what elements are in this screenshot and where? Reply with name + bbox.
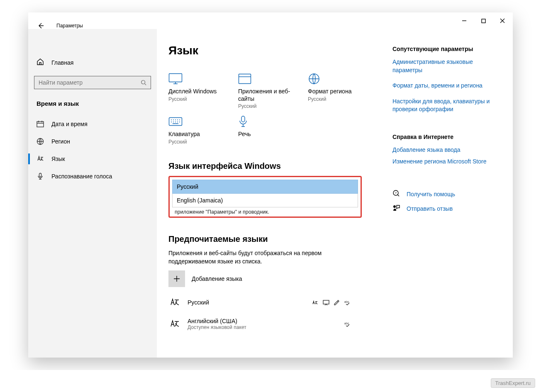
microphone-icon bbox=[238, 114, 292, 129]
microphone-icon bbox=[37, 173, 44, 180]
dropdown-option-english-jamaica[interactable]: English (Jamaica) bbox=[172, 194, 358, 207]
language-name: Английский (США) bbox=[188, 318, 246, 324]
nav-label: Дата и время bbox=[51, 121, 88, 127]
tile-sub: Русский bbox=[308, 96, 362, 102]
home-nav[interactable]: Главная bbox=[34, 55, 151, 70]
svg-text:?: ? bbox=[395, 191, 397, 195]
titlebar bbox=[28, 12, 513, 29]
nav-label: Регион bbox=[51, 138, 70, 145]
link-change-store-region[interactable]: Изменение региона Microsoft Store bbox=[392, 158, 504, 166]
close-button[interactable] bbox=[493, 14, 512, 27]
svg-text:abc: abc bbox=[344, 322, 349, 325]
svg-rect-5 bbox=[169, 74, 182, 82]
tile-label: Дисплей Windows bbox=[168, 88, 222, 95]
section-title: Время и язык bbox=[37, 100, 149, 107]
spellcheck-badge-icon: abc bbox=[344, 321, 351, 327]
main-content: Язык Дисплей Windows Русский Приложения … bbox=[157, 29, 392, 358]
plus-icon bbox=[168, 270, 185, 287]
search-box[interactable] bbox=[34, 76, 151, 89]
settings-window: Параметры Главная Время и язык Дата и вр… bbox=[28, 12, 513, 358]
link-add-input-language[interactable]: Добавление языка ввода bbox=[392, 146, 504, 154]
display-language-heading: Язык интерфейса Windows bbox=[168, 161, 381, 171]
tile-display[interactable]: Дисплей Windows Русский bbox=[168, 71, 222, 109]
language-tiles: Дисплей Windows Русский Приложения и веб… bbox=[168, 71, 381, 145]
display-language-desc-tail: приложение "Параметры" и проводник. bbox=[172, 207, 358, 216]
help-icon: ? bbox=[392, 190, 400, 198]
tile-sub: Русский bbox=[168, 139, 222, 145]
help-heading: Справка в Интернете bbox=[392, 134, 504, 140]
svg-rect-8 bbox=[169, 118, 182, 126]
svg-rect-10 bbox=[323, 300, 329, 304]
right-pane: Сопутствующие параметры Административные… bbox=[392, 29, 513, 358]
nav-speech[interactable]: Распознавание голоса bbox=[34, 168, 151, 185]
tile-label: Формат региона bbox=[308, 88, 362, 95]
globe-icon bbox=[308, 71, 362, 86]
tile-speech[interactable]: Речь bbox=[238, 114, 292, 145]
back-button[interactable] bbox=[37, 22, 45, 30]
app-title: Параметры bbox=[56, 23, 83, 29]
svg-rect-9 bbox=[241, 116, 245, 122]
display-badge-icon bbox=[312, 299, 319, 305]
tile-label: Приложения и веб-сайты bbox=[238, 88, 292, 102]
related-heading: Сопутствующие параметры bbox=[392, 46, 504, 52]
minimize-button[interactable] bbox=[455, 14, 474, 27]
svg-point-1 bbox=[141, 80, 145, 84]
svg-rect-4 bbox=[39, 173, 41, 177]
language-icon bbox=[37, 155, 44, 163]
svg-text:abc: abc bbox=[344, 300, 349, 303]
tile-label: Речь bbox=[238, 131, 292, 138]
header: Параметры bbox=[37, 22, 83, 30]
home-label: Главная bbox=[51, 59, 73, 66]
globe-icon bbox=[37, 138, 44, 145]
language-name: Русский bbox=[188, 299, 209, 306]
svg-rect-6 bbox=[239, 74, 251, 84]
tile-keyboard[interactable]: Клавиатура Русский bbox=[168, 114, 222, 145]
home-icon bbox=[37, 58, 44, 67]
feedback-link[interactable]: Отправить отзыв bbox=[392, 204, 504, 213]
preferred-languages-heading: Предпочитаемые языки bbox=[168, 234, 381, 244]
link-date-region-format[interactable]: Формат даты, времени и региона bbox=[392, 82, 504, 90]
tile-apps[interactable]: Приложения и веб-сайты Русский bbox=[238, 71, 292, 109]
spellcheck-badge-icon: abc bbox=[344, 299, 351, 305]
svg-point-15 bbox=[393, 205, 396, 208]
handwriting-badge-icon bbox=[334, 299, 340, 305]
language-item-english-us[interactable]: Английский (США) Доступен языковой пакет… bbox=[168, 318, 351, 330]
window-icon bbox=[238, 71, 292, 86]
nav-region[interactable]: Регион bbox=[34, 133, 151, 150]
svg-rect-2 bbox=[37, 122, 44, 127]
language-item-russian[interactable]: Русский abc bbox=[168, 296, 351, 309]
nav-date-time[interactable]: Дата и время bbox=[34, 115, 151, 133]
add-language-button[interactable]: Добавление языка bbox=[168, 270, 381, 287]
calendar-icon bbox=[37, 120, 44, 128]
keyboard-icon bbox=[168, 114, 222, 129]
sidebar: Главная Время и язык Дата и время Регион… bbox=[28, 29, 157, 358]
preferred-languages-desc: Приложения и веб-сайты будут отображатьс… bbox=[168, 249, 351, 266]
tile-label: Клавиатура bbox=[168, 131, 222, 138]
add-language-label: Добавление языка bbox=[192, 275, 242, 282]
search-input[interactable] bbox=[39, 79, 141, 86]
svg-rect-0 bbox=[482, 19, 485, 23]
get-help-link[interactable]: ? Получить помощь bbox=[392, 190, 504, 198]
language-capabilities: abc bbox=[312, 299, 351, 305]
feedback-label: Отправить отзыв bbox=[407, 205, 453, 212]
tts-badge-icon bbox=[323, 299, 329, 305]
tile-sub: Русский bbox=[168, 96, 222, 102]
tile-sub: Русский bbox=[238, 103, 292, 109]
search-icon bbox=[141, 80, 146, 85]
tile-region[interactable]: Формат региона Русский bbox=[308, 71, 362, 109]
language-sub: Доступен языковой пакет bbox=[188, 324, 246, 330]
page-title: Язык bbox=[168, 44, 381, 57]
language-capabilities: abc bbox=[344, 321, 351, 327]
maximize-button[interactable] bbox=[474, 14, 493, 27]
language-glyph-icon bbox=[168, 296, 181, 309]
monitor-icon bbox=[168, 71, 222, 86]
feedback-icon bbox=[392, 204, 400, 213]
nav-language[interactable]: Язык bbox=[34, 150, 151, 168]
nav-label: Язык bbox=[51, 156, 65, 162]
dropdown-option-russian[interactable]: Русский bbox=[172, 180, 358, 194]
link-input-spelling[interactable]: Настройки для ввода, клавиатуры и провер… bbox=[392, 97, 504, 114]
nav-label: Распознавание голоса bbox=[51, 173, 112, 180]
display-language-dropdown: Русский English (Jamaica) приложение "Па… bbox=[168, 176, 362, 218]
link-admin-language[interactable]: Административные языковые параметры bbox=[392, 58, 504, 74]
get-help-label: Получить помощь bbox=[407, 191, 455, 197]
